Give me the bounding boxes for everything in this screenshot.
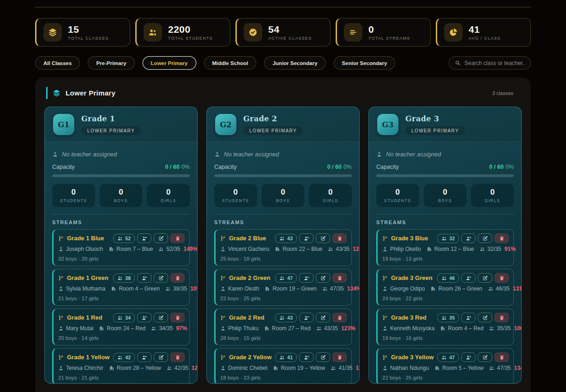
stream-composition: 21 boys · 17 girls (58, 296, 185, 301)
person-plus-icon (142, 355, 147, 360)
dashed-divider (376, 214, 514, 214)
stream-count: 46 (449, 275, 455, 281)
stat-box-boys: 0BOYS (424, 184, 467, 207)
capacity-progress-bar (214, 174, 352, 177)
stream-edit-button[interactable] (316, 233, 330, 243)
filter-chip-all-classes[interactable]: All Classes (35, 56, 80, 70)
stream-details: Vincent GacheruRoom 22 – Blue43/35123% (220, 246, 347, 252)
filter-chip-lower-primary[interactable]: Lower Primary (143, 56, 196, 70)
branch-icon (220, 355, 226, 360)
level-badge: LOWER PRIMARY (405, 126, 465, 135)
stream-delete-button[interactable] (170, 352, 185, 362)
stream-delete-button[interactable] (332, 273, 347, 283)
stream-ratio: 46/35 (496, 285, 510, 292)
stream-delete-button[interactable] (332, 233, 347, 243)
stream-details: Sylvia MuthamaRoom 4 – Green38/35109% (58, 285, 185, 292)
stream-edit-button[interactable] (154, 233, 168, 243)
stream-delete-button[interactable] (332, 352, 347, 362)
stream-edit-button[interactable] (316, 313, 330, 322)
filter-chip-middle-school[interactable]: Middle School (204, 56, 257, 70)
stream-edit-button[interactable] (316, 352, 330, 362)
stream-capacity: 38/35109% (165, 285, 198, 292)
stream-delete-button[interactable] (494, 233, 509, 243)
pencil-icon (158, 236, 164, 241)
teacher-placeholder: No teacher assigned (386, 151, 441, 158)
stream-percent: 97% (176, 325, 187, 332)
stream-ratio: 43/35 (324, 325, 338, 332)
stream-edit-button[interactable] (478, 233, 492, 243)
stream-row-header: Grade 2 Green47 (220, 273, 347, 283)
stream-add-student-button[interactable] (137, 313, 151, 322)
stream-delete-button[interactable] (494, 273, 509, 283)
person-icon (382, 246, 388, 252)
branch-icon (382, 236, 388, 241)
stream-edit-button[interactable] (478, 273, 492, 283)
pencil-icon (158, 355, 164, 360)
search-box[interactable] (449, 56, 531, 70)
filter-chip-junior-secondary[interactable]: Junior Secondary (264, 56, 325, 70)
building-icon (434, 365, 440, 371)
branch-icon (220, 275, 226, 281)
pencil-icon (158, 275, 164, 281)
stream-teacher: Dominic Chebet (220, 365, 267, 371)
filter-chip-senior-secondary[interactable]: Senior Secondary (334, 56, 396, 70)
search-icon (455, 60, 461, 66)
class-card-g3: G3Grade 3LOWER PRIMARYNo teacher assigne… (368, 107, 522, 384)
stream-add-student-button[interactable] (299, 273, 313, 283)
stream-edit-button[interactable] (478, 352, 492, 362)
stream-delete-button[interactable] (170, 233, 185, 243)
capacity-row: Capacity0 / 600% (214, 164, 352, 170)
stream-details: Dominic ChebetRoom 19 – Yellow41/35117% (220, 365, 347, 371)
class-title: Grade 3 (405, 114, 465, 123)
users-icon (158, 246, 164, 252)
stream-composition: 22 boys · 25 girls (382, 375, 509, 380)
stream-edit-button[interactable] (154, 273, 168, 283)
stream-add-student-button[interactable] (299, 233, 313, 243)
stream-delete-button[interactable] (170, 313, 185, 322)
stream-delete-button[interactable] (170, 273, 185, 283)
stat-box-label: STUDENTS (214, 198, 257, 203)
stream-edit-button[interactable] (154, 352, 168, 362)
stream-name: Grade 3 Red (391, 314, 427, 321)
stream-room-name: Room 4 – Green (119, 285, 160, 292)
stream-count: 47 (449, 355, 455, 360)
filter-chip-pre-primary[interactable]: Pre-Primary (88, 56, 134, 70)
stream-percent: 109% (190, 285, 198, 292)
stream-add-student-button[interactable] (461, 273, 476, 283)
stream-capacity: 47/35134% (322, 285, 360, 292)
stream-add-student-button[interactable] (299, 313, 313, 322)
pencil-icon (482, 355, 488, 360)
stream-edit-button[interactable] (154, 313, 168, 322)
stream-add-student-button[interactable] (299, 352, 313, 362)
stream-add-student-button[interactable] (137, 233, 151, 243)
stream-room: Room 26 – Green (430, 285, 482, 292)
stream-composition: 32 boys · 20 girls (58, 256, 185, 261)
stream-count: 34 (125, 315, 131, 321)
stream-edit-button[interactable] (316, 273, 330, 283)
teacher-row: No teacher assigned (376, 148, 514, 164)
stream-count-badge: 32 (437, 234, 459, 243)
stream-count-badge: 38 (113, 273, 135, 283)
stream-percent: 134% (347, 285, 360, 292)
users-icon (441, 236, 447, 241)
users-icon (117, 236, 123, 241)
card-header-text: Grade 1LOWER PRIMARY (81, 114, 141, 135)
stream-add-student-button[interactable] (461, 233, 476, 243)
stream-delete-button[interactable] (494, 313, 509, 322)
stream-teacher: Teresa Chirchir (58, 365, 103, 371)
stream-add-student-button[interactable] (461, 313, 476, 322)
stream-count: 41 (287, 355, 293, 360)
stream-delete-button[interactable] (494, 352, 509, 362)
stat-box-label: GIRLS (147, 198, 190, 203)
search-input[interactable] (464, 60, 525, 66)
stat-box-boys: 0BOYS (262, 184, 305, 207)
stream-edit-button[interactable] (478, 313, 492, 322)
stream-delete-button[interactable] (332, 313, 347, 322)
capacity-value: 0 / 60 (165, 164, 180, 170)
pencil-icon (320, 275, 326, 281)
stream-add-student-button[interactable] (137, 273, 151, 283)
stream-add-student-button[interactable] (137, 352, 151, 362)
card-header: G1Grade 1LOWER PRIMARY (45, 107, 197, 142)
stream-add-student-button[interactable] (461, 352, 476, 362)
stream-capacity: 35/35100% (489, 325, 522, 332)
